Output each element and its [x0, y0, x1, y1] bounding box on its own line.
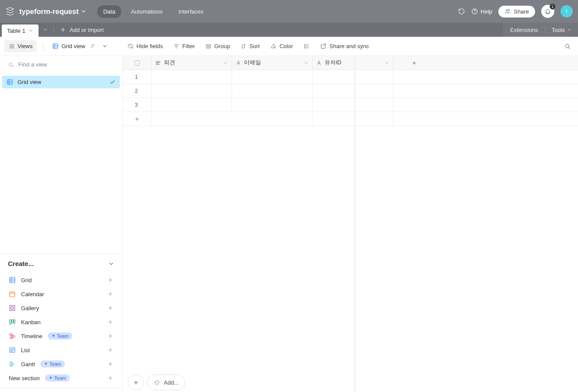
create-item-label: New section	[9, 375, 40, 382]
long-text-icon	[155, 60, 161, 66]
column-header-1[interactable]: 이메일	[232, 56, 313, 70]
column-header-2[interactable]: 유저ID	[313, 56, 393, 70]
cell[interactable]	[152, 70, 232, 84]
sidebar-view-grid[interactable]: Grid view	[2, 76, 120, 88]
tab-interfaces[interactable]: Interfaces	[172, 5, 209, 18]
filter-button[interactable]: Filter	[169, 41, 199, 52]
list-icon	[9, 346, 16, 354]
cell[interactable]	[232, 84, 313, 98]
views-label: Views	[18, 43, 32, 49]
cell[interactable]	[313, 98, 393, 112]
search-button[interactable]	[561, 40, 574, 52]
svg-rect-22	[11, 336, 15, 337]
plus-icon	[107, 305, 113, 311]
history-button[interactable]	[458, 8, 465, 15]
top-actions: Help Share 1 I	[458, 5, 573, 18]
row-height-button[interactable]	[300, 41, 314, 52]
create-gallery[interactable]: Gallery	[8, 301, 114, 315]
create-list: Grid Calendar Gallery Kanban	[8, 273, 114, 388]
paint-icon	[270, 43, 277, 49]
chevron-down-icon	[108, 261, 114, 267]
title-chevron-icon[interactable]	[81, 8, 87, 14]
current-view-button[interactable]: Grid view	[49, 41, 110, 51]
table-tabs-menu[interactable]	[39, 23, 53, 37]
svg-rect-11	[7, 80, 12, 84]
plus-icon	[411, 60, 417, 66]
find-view-placeholder: Find a view	[18, 61, 47, 68]
row-number: 1	[123, 70, 152, 84]
svg-rect-4	[53, 44, 58, 49]
table-row[interactable]: 3	[123, 98, 578, 112]
add-column-button[interactable]	[393, 56, 435, 70]
cell[interactable]	[152, 98, 232, 112]
create-new-section[interactable]: New section Team	[8, 371, 114, 385]
share-label: Share	[514, 8, 529, 15]
menu-icon	[9, 43, 15, 49]
share-button[interactable]: Share	[498, 6, 535, 18]
column-label: 유저ID	[324, 59, 342, 66]
svg-rect-13	[10, 292, 15, 297]
create-item-label: Calendar	[21, 291, 44, 298]
plus-icon	[134, 116, 140, 122]
footer-add-menu-button[interactable]: Add...	[147, 374, 185, 390]
tab-automations[interactable]: Automations	[125, 5, 169, 18]
nav-tabs: Data Automations Interfaces	[97, 5, 210, 18]
select-all-checkbox[interactable]	[123, 56, 152, 70]
cell[interactable]	[313, 84, 393, 98]
add-row-button[interactable]	[123, 112, 152, 126]
table-tab-active[interactable]: Table 1	[2, 24, 39, 37]
cell[interactable]	[232, 98, 313, 112]
cell[interactable]	[313, 70, 393, 84]
svg-point-9	[565, 44, 569, 48]
plus-icon	[107, 361, 113, 367]
group-button[interactable]: Group	[201, 41, 234, 52]
share-sync-button[interactable]: Share and sync	[316, 41, 373, 52]
plus-icon	[107, 333, 113, 339]
tools-button[interactable]: Tools	[546, 27, 578, 33]
sort-button[interactable]: Sort	[236, 41, 264, 52]
create-grid[interactable]: Grid	[8, 273, 114, 287]
chevron-down-icon	[567, 27, 572, 32]
grid-icon	[52, 43, 59, 49]
plus-icon	[60, 27, 66, 33]
cell[interactable]	[232, 70, 313, 84]
add-or-import-button[interactable]: Add or import	[55, 23, 109, 37]
create-timeline[interactable]: Timeline Team	[8, 329, 114, 343]
create-calendar[interactable]: Calendar	[8, 287, 114, 301]
extensions-button[interactable]: Extensions	[503, 23, 545, 37]
column-header-0[interactable]: 의견	[152, 56, 232, 70]
plus-icon	[107, 319, 113, 325]
view-toolbar: Views Grid view Hide fields Filter Group…	[0, 37, 578, 56]
svg-rect-15	[13, 305, 15, 308]
svg-rect-20	[14, 320, 15, 324]
plus-icon	[133, 379, 139, 386]
table-row[interactable]: 1	[123, 70, 578, 84]
sidebar: Find a view Grid view Create... Grid	[0, 56, 123, 392]
svg-point-6	[93, 44, 94, 45]
footer-add-row-button[interactable]	[128, 374, 144, 390]
create-item-label: Gantt	[21, 361, 35, 368]
grid-header: 의견 이메일 유저ID	[123, 56, 578, 70]
create-gantt[interactable]: Gantt Team	[8, 357, 114, 371]
cell[interactable]	[232, 112, 313, 126]
help-label: Help	[481, 8, 493, 15]
help-button[interactable]: Help	[471, 8, 493, 15]
table-row[interactable]: 2	[123, 84, 578, 98]
hide-fields-button[interactable]: Hide fields	[123, 41, 167, 52]
grid-area: 의견 이메일 유저ID 1 2	[123, 56, 578, 392]
color-button[interactable]: Color	[266, 41, 297, 52]
create-kanban[interactable]: Kanban	[8, 315, 114, 329]
find-view-input[interactable]: Find a view	[0, 56, 122, 74]
user-avatar[interactable]: I	[560, 5, 573, 18]
topbar: typeform-request Data Automations Interf…	[0, 0, 578, 23]
svg-rect-17	[13, 308, 15, 311]
cell[interactable]	[152, 84, 232, 98]
views-toggle-button[interactable]: Views	[4, 40, 37, 52]
create-list[interactable]: List	[8, 343, 114, 357]
tab-data[interactable]: Data	[97, 5, 121, 18]
column-label: 의견	[164, 59, 175, 66]
create-header[interactable]: Create...	[8, 260, 114, 267]
notifications-button[interactable]: 1	[541, 5, 554, 18]
base-title[interactable]: typeform-request	[19, 7, 79, 16]
cell[interactable]	[313, 112, 393, 126]
